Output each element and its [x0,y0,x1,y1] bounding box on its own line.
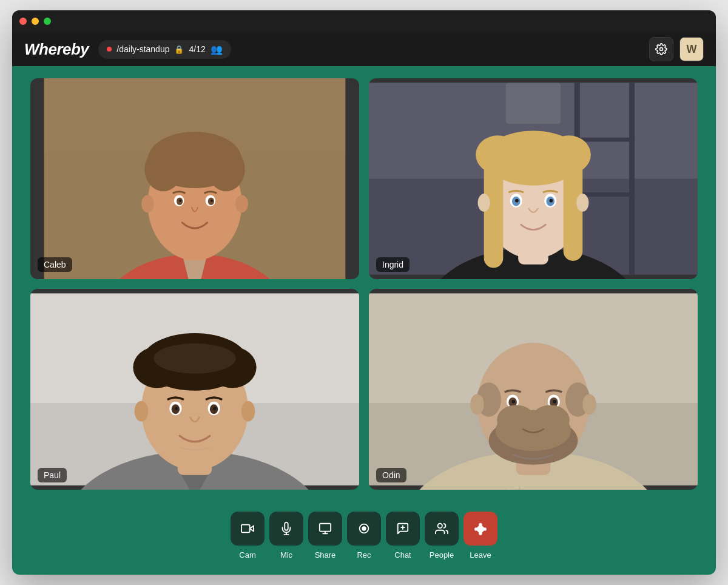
lock-icon: 🔒 [174,45,184,54]
svg-point-97 [438,523,442,527]
title-bar [12,10,716,32]
participant-name-odin: Odin [376,468,406,482]
svg-rect-23 [629,83,635,274]
svg-point-0 [660,48,663,51]
chat-label: Chat [394,550,411,560]
svg-point-18 [141,195,154,212]
room-status-dot [107,47,112,52]
close-button[interactable] [19,18,27,25]
svg-point-83 [531,405,570,435]
people-icon: 👥 [211,44,223,55]
share-control[interactable]: Share [308,512,342,560]
svg-point-35 [547,135,591,174]
traffic-lights [19,18,51,25]
svg-point-41 [550,199,553,203]
app-window: Whereby /daily-standup 🔒 4/12 👥 W [12,10,716,575]
participant-name-ingrid: Ingrid [376,257,410,272]
logo: Whereby [24,40,89,59]
rec-button[interactable] [347,512,381,546]
bottom-controls: Cam Mic Share [12,502,716,575]
video-tile-ingrid: Ingrid [369,78,698,279]
app-header: Whereby /daily-standup 🔒 4/12 👥 W [12,32,716,66]
svg-point-17 [211,200,213,202]
video-tile-odin: Odin [369,289,698,490]
svg-point-54 [153,343,236,374]
cam-button[interactable] [231,512,265,546]
room-info[interactable]: /daily-standup 🔒 4/12 👥 [98,40,231,59]
svg-rect-32 [484,158,504,268]
share-button[interactable] [308,512,342,546]
leave-control[interactable]: Leave [463,512,497,560]
svg-point-62 [241,401,255,422]
svg-point-16 [179,200,181,202]
svg-point-34 [476,135,519,174]
header-left: Whereby /daily-standup 🔒 4/12 👥 [24,40,231,59]
people-label: People [430,550,454,560]
mic-button[interactable] [269,512,303,546]
people-control[interactable]: People [425,512,459,560]
minimize-button[interactable] [32,18,39,25]
leave-label: Leave [470,550,491,560]
user-avatar-button[interactable]: W [679,37,704,61]
svg-point-94 [362,527,366,530]
video-tile-paul: Paul [30,289,359,490]
svg-point-84 [470,394,484,414]
svg-rect-87 [241,524,250,532]
video-grid: Caleb [12,66,716,502]
room-count: 4/12 [189,44,205,54]
svg-marker-86 [250,526,254,531]
room-name: /daily-standup [116,44,169,54]
chat-button[interactable] [386,512,420,546]
cam-label: Cam [239,550,255,560]
svg-point-19 [235,195,248,212]
svg-point-42 [478,194,490,211]
rec-label: Rec [357,550,371,560]
svg-point-43 [576,194,588,211]
mic-control[interactable]: Mic [269,512,303,560]
svg-point-40 [515,199,519,203]
share-label: Share [315,550,336,560]
svg-point-79 [553,400,556,404]
cam-control[interactable]: Cam [231,512,265,560]
chat-control[interactable]: Chat [386,512,420,560]
svg-point-78 [511,400,515,404]
mic-label: Mic [280,550,292,560]
leave-button[interactable] [463,512,497,546]
svg-rect-26 [506,83,561,124]
svg-point-85 [582,394,596,414]
svg-point-82 [497,405,535,435]
people-button[interactable] [425,512,459,546]
svg-point-11 [207,147,245,191]
video-tile-caleb: Caleb [30,78,359,279]
svg-point-59 [175,407,178,410]
participant-name-caleb: Caleb [38,257,72,272]
participant-name-paul: Paul [38,468,67,482]
svg-point-61 [135,401,149,422]
settings-button[interactable] [649,37,673,61]
rec-control[interactable]: Rec [347,512,381,560]
maximize-button[interactable] [44,18,51,25]
svg-point-10 [144,147,182,191]
svg-point-60 [213,407,217,410]
header-right: W [649,37,704,61]
svg-rect-90 [320,523,331,531]
